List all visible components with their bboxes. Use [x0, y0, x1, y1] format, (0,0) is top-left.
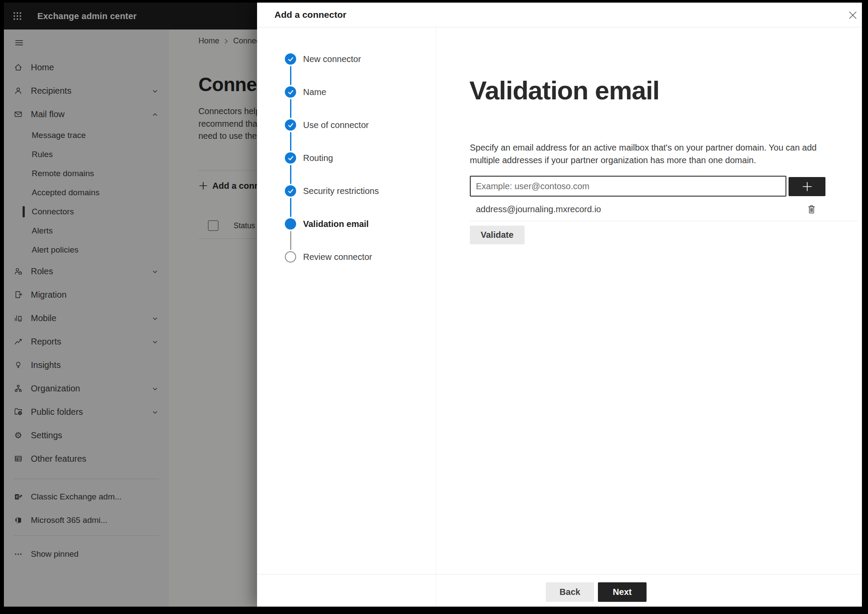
step-done-icon — [285, 53, 296, 65]
dialog-page-description: Specify an email address for an active m… — [470, 141, 817, 167]
step-done-icon — [285, 119, 296, 131]
screen: Exchange admin center Home Recipients Ma… — [4, 3, 862, 607]
trash-icon — [807, 204, 816, 215]
email-address-value: address@journaling.mxrecord.io — [476, 204, 601, 214]
description-line: Specify an email address for an active m… — [470, 141, 817, 154]
validate-button[interactable]: Validate — [470, 226, 525, 244]
delete-address-button[interactable] — [805, 203, 818, 217]
step-label: Use of connector — [303, 120, 369, 130]
email-address-row: address@journaling.mxrecord.io — [470, 198, 858, 221]
close-icon — [848, 10, 858, 20]
step-label: Security restrictions — [303, 186, 379, 196]
wizard-stepper: New connector Name Use of connector Rout… — [257, 27, 436, 607]
dialog-header: Add a connector — [257, 3, 862, 27]
footer-divider — [257, 574, 862, 575]
step-connector-line — [290, 198, 291, 217]
step-label: Validation email — [303, 219, 369, 229]
add-connector-dialog: Add a connector New connector Name — [257, 3, 862, 607]
step-label: Name — [303, 87, 326, 97]
step-label: New connector — [303, 54, 361, 64]
step-todo-icon — [285, 251, 296, 263]
dialog-page-title: Validation email — [469, 76, 660, 105]
step-done-icon — [285, 152, 296, 164]
step-label: Review connector — [303, 252, 372, 262]
step-connector-line — [290, 132, 291, 151]
step-connector-line — [290, 66, 291, 85]
step-connector-line — [290, 99, 291, 118]
close-button[interactable] — [845, 8, 860, 23]
email-address-input[interactable] — [470, 176, 786, 197]
next-button[interactable]: Next — [598, 582, 647, 602]
step-current-icon — [285, 218, 296, 230]
step-done-icon — [285, 185, 296, 197]
step-done-icon — [285, 86, 296, 98]
back-button[interactable]: Back — [546, 582, 594, 602]
plus-icon — [802, 181, 813, 192]
step-connector-line — [290, 231, 291, 250]
step-label: Routing — [303, 153, 333, 163]
dialog-title: Add a connector — [274, 10, 347, 20]
step-connector-line — [290, 165, 291, 184]
description-line: multiple addresses if your partner organ… — [470, 154, 817, 167]
add-email-button[interactable] — [789, 177, 825, 196]
